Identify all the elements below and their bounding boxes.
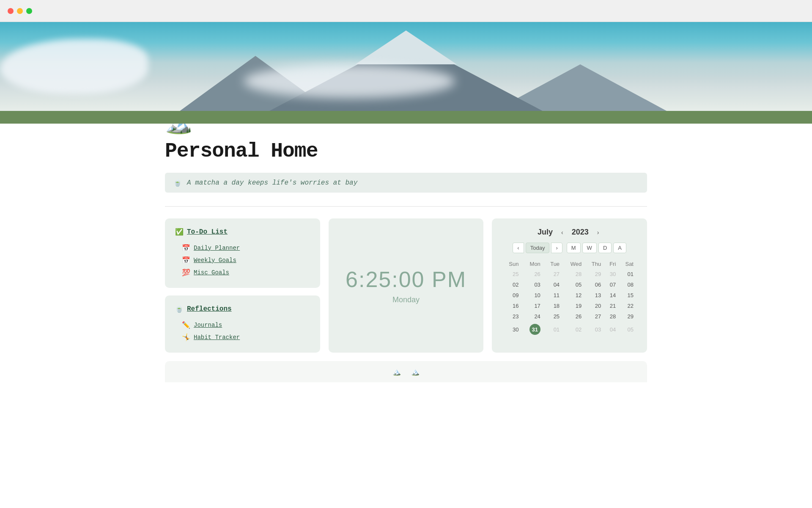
reflections-title[interactable]: Reflections [187,305,232,313]
cal-day[interactable]: 02 [502,279,522,290]
habit-tracker-item[interactable]: 🤸 Habit Tracker [175,331,310,343]
cal-day[interactable]: 02 [563,322,585,337]
daily-planner-label[interactable]: Daily Planner [194,245,240,251]
cal-header-mon: Mon [522,259,543,269]
bottom-right-icon: 🏔️ [411,368,420,376]
cal-day[interactable]: 29 [585,269,604,279]
daily-planner-icon: 📅 [182,244,190,252]
cal-day[interactable]: 04 [544,279,563,290]
cal-header-sun: Sun [502,259,522,269]
page-title: Personal Home [165,140,647,163]
cal-day[interactable]: 27 [585,311,604,322]
misc-goals-label[interactable]: Misc Goals [194,269,229,276]
cal-day[interactable]: 28 [604,311,619,322]
calendar-view-a[interactable]: A [613,243,626,253]
cal-day[interactable]: 27 [544,269,563,279]
calendar-next-month[interactable]: › [595,228,602,237]
cal-header-tue: Tue [544,259,563,269]
cal-day[interactable]: 30 [604,269,619,279]
cal-day[interactable]: 30 [502,322,522,337]
quote-text: A matcha a day keeps life's worries at b… [187,179,357,187]
bottom-teaser: 🏔️ 🏔️ [165,361,647,382]
cal-day[interactable]: 25 [544,311,563,322]
calendar-next-btn[interactable]: › [551,243,562,253]
journals-label[interactable]: Journals [194,322,222,329]
calendar-prev-month[interactable]: ‹ [559,228,566,237]
cal-day[interactable]: 09 [502,290,522,301]
cal-day[interactable]: 24 [522,311,543,322]
calendar-view-w[interactable]: W [582,243,597,253]
cal-day[interactable]: 26 [522,269,543,279]
journals-item[interactable]: ✏️ Journals [175,319,310,331]
cal-day[interactable]: 08 [619,279,637,290]
calendar-grid: Sun Mon Tue Wed Thu Fri Sat 25 26 27 28 [502,259,637,337]
calendar-month: July [538,228,553,237]
cal-week-6: 30 31 01 02 03 04 05 [502,322,637,337]
misc-goals-icon: 💯 [182,268,190,276]
cal-day[interactable]: 17 [522,301,543,311]
clock-time: 6:25:00 PM [346,267,466,292]
minimize-button[interactable] [17,8,23,14]
calendar-card: July ‹ 2023 › ‹ Today › M W D A Sun [492,218,647,353]
quote-block: 🍵 A matcha a day keeps life's worries at… [165,173,647,193]
cal-day[interactable]: 12 [563,290,585,301]
cal-week-2: 02 03 04 05 06 07 08 [502,279,637,290]
habit-tracker-icon: 🤸 [182,333,190,341]
calendar-today-btn[interactable]: Today [526,243,550,253]
cal-day[interactable]: 07 [604,279,619,290]
cal-day[interactable]: 05 [619,322,637,337]
cal-day[interactable]: 13 [585,290,604,301]
calendar-prev-btn[interactable]: ‹ [513,243,524,253]
cal-day[interactable]: 05 [563,279,585,290]
cal-day[interactable]: 03 [585,322,604,337]
cal-day[interactable]: 01 [544,322,563,337]
cal-header-wed: Wed [563,259,585,269]
cal-day[interactable]: 16 [502,301,522,311]
calendar-header: July ‹ 2023 › [502,228,637,237]
cal-week-3: 09 10 11 12 13 14 15 [502,290,637,301]
misc-goals-item[interactable]: 💯 Misc Goals [175,266,310,279]
habit-tracker-label[interactable]: Habit Tracker [194,334,240,341]
cal-day[interactable]: 23 [502,311,522,322]
cal-day[interactable]: 01 [619,269,637,279]
reflections-icon: 🍵 [175,305,184,313]
todo-title[interactable]: To-Do List [187,228,228,236]
cal-day[interactable]: 25 [502,269,522,279]
cal-day[interactable]: 21 [604,301,619,311]
cal-day[interactable]: 26 [563,311,585,322]
hero-banner [0,22,812,124]
cal-day[interactable]: 04 [604,322,619,337]
reflections-card: 🍵 Reflections ✏️ Journals 🤸 Habit Tracke… [165,295,320,353]
weekly-goals-label[interactable]: Weekly Goals [194,257,236,264]
cal-day[interactable]: 28 [563,269,585,279]
weekly-goals-item[interactable]: 📅 Weekly Goals [175,254,310,266]
today-marker: 31 [529,324,540,335]
cal-day[interactable]: 14 [604,290,619,301]
todo-header: ✅ To-Do List [175,228,310,236]
cal-week-5: 23 24 25 26 27 28 29 [502,311,637,322]
cal-day[interactable]: 29 [619,311,637,322]
divider [165,206,647,207]
daily-planner-item[interactable]: 📅 Daily Planner [175,242,310,254]
cal-day[interactable]: 03 [522,279,543,290]
left-column: ✅ To-Do List 📅 Daily Planner 📅 Weekly Go… [165,218,320,353]
reflections-header: 🍵 Reflections [175,305,310,313]
cal-week-1: 25 26 27 28 29 30 01 [502,269,637,279]
journals-icon: ✏️ [182,321,190,329]
cal-day[interactable]: 22 [619,301,637,311]
cal-day[interactable]: 20 [585,301,604,311]
maximize-button[interactable] [26,8,32,14]
cal-day[interactable]: 10 [522,290,543,301]
weekly-goals-icon: 📅 [182,256,190,264]
calendar-view-d[interactable]: D [598,243,612,253]
cal-today-cell[interactable]: 31 [522,322,543,337]
cal-day[interactable]: 18 [544,301,563,311]
cal-day[interactable]: 06 [585,279,604,290]
close-button[interactable] [8,8,14,14]
calendar-view-m[interactable]: M [567,243,581,253]
todo-card: ✅ To-Do List 📅 Daily Planner 📅 Weekly Go… [165,218,320,288]
cal-day[interactable]: 19 [563,301,585,311]
cal-day[interactable]: 11 [544,290,563,301]
cal-header-fri: Fri [604,259,619,269]
cal-day[interactable]: 15 [619,290,637,301]
